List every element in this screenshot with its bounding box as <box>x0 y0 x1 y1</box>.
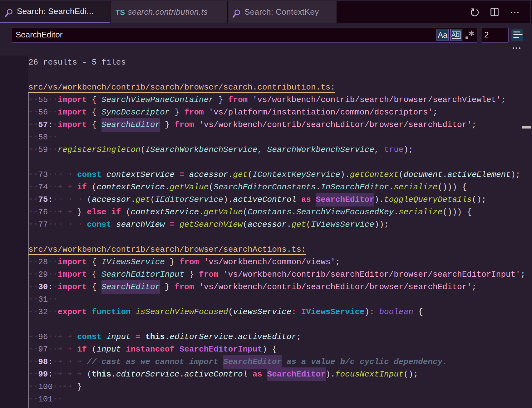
svg-text:Ab: Ab <box>451 31 460 38</box>
